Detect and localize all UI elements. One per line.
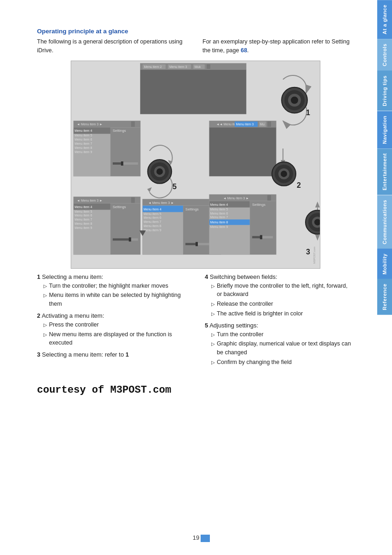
main-content: Operating principle at a glance The foll… — [0, 0, 377, 555]
svg-text:Settings: Settings — [252, 202, 265, 206]
svg-text:2: 2 — [297, 181, 301, 189]
svg-text:Menu item 2: Menu item 2 — [144, 65, 161, 68]
step-3-title: Selecting a menu item: refer to 1 — [42, 351, 129, 358]
step-2-bullets: Press the controller New menu items are … — [43, 321, 186, 347]
intro-left: The following is a general description o… — [37, 37, 189, 55]
svg-text:Menu item 8: Menu item 8 — [210, 221, 228, 224]
step-5-title: Adjusting settings: — [209, 322, 258, 329]
svg-text:Menu item 8: Menu item 8 — [74, 146, 92, 149]
svg-text:Menu item 7: Menu item 7 — [74, 218, 92, 221]
svg-point-38 — [156, 168, 163, 174]
step-1-bullets: Turn the controller; the highlight marke… — [43, 282, 186, 308]
step-4-num: 4 — [205, 273, 208, 280]
svg-text:Menu item 5: Menu item 5 — [144, 212, 161, 215]
step-2-bullet-1: Press the controller — [43, 321, 186, 329]
svg-rect-89 — [131, 197, 135, 203]
description-section: 1 Selecting a menu item: Turn the contro… — [37, 273, 354, 370]
step-1-item: 1 Selecting a menu item: Turn the contro… — [37, 273, 186, 308]
svg-text:Menu item 4: Menu item 4 — [74, 129, 92, 132]
svg-text:Menu item 7: Menu item 7 — [210, 216, 228, 219]
svg-text:Menu item 5: Menu item 5 — [74, 210, 92, 213]
svg-text:Menu item 9: Menu item 9 — [74, 226, 92, 229]
svg-rect-32 — [121, 161, 123, 166]
svg-text:Menu item 5: Menu item 5 — [210, 207, 228, 210]
svg-text:1: 1 — [306, 109, 310, 117]
svg-text:M3POST.com: M3POST.com — [313, 247, 316, 264]
svg-text:◄ Menu item 3 ►: ◄ Menu item 3 ► — [77, 198, 103, 202]
svg-text:◄ Menu item 3 ►: ◄ Menu item 3 ► — [77, 123, 103, 126]
page-bar — [201, 535, 210, 542]
step-5-item: 5 Adjusting settings: Turn the controlle… — [205, 322, 354, 367]
step-5-bullets: Turn the controller Graphic display, num… — [211, 330, 354, 367]
svg-text:Menu item 7: Menu item 7 — [144, 220, 161, 223]
svg-text:Menu Item 4: Menu Item 4 — [144, 207, 162, 210]
svg-rect-71 — [185, 243, 197, 245]
svg-text:3: 3 — [306, 248, 310, 256]
step-4-bullets: Briefly move the controller to the left,… — [211, 282, 354, 318]
svg-text:Settings: Settings — [113, 204, 126, 209]
svg-text:Menu item 4: Menu item 4 — [74, 205, 92, 208]
svg-rect-72 — [196, 242, 198, 246]
step-3-num: 3 — [37, 351, 40, 358]
step-2-title: Activating a menu item: — [42, 312, 104, 319]
sidebar-tab-mobility[interactable]: Mobility — [377, 249, 392, 279]
svg-rect-48 — [209, 127, 276, 176]
step-5-bullet-3: Confirm by changing the field — [211, 358, 354, 367]
step-2-item: 2 Activating a menu item: Press the cont… — [37, 312, 186, 347]
sidebar-tab-navigation[interactable]: Navigation — [377, 111, 392, 148]
svg-text:Menu item 8: Menu item 8 — [74, 222, 92, 225]
sidebar-tab-reference[interactable]: Reference — [377, 279, 392, 315]
svg-rect-10 — [141, 69, 246, 114]
idrive-diagram: Menu item 2 Menu item 3 Muk 1 ◄ Menu ite… — [71, 61, 320, 269]
sidebar: At a glance Controls Driving tips Naviga… — [377, 0, 392, 555]
svg-text:Menu item 9: Menu item 9 — [144, 228, 161, 232]
svg-rect-101 — [113, 238, 130, 240]
step-5-bullet-1: Turn the controller — [211, 330, 354, 339]
step-1-bullet-1: Turn the controller; the highlight marke… — [43, 282, 186, 290]
courtesy-text: courtesy of M3POST.com — [37, 384, 354, 396]
section-heading: Operating principle at a glance — [37, 28, 354, 35]
sidebar-tab-controls[interactable]: Controls — [377, 39, 392, 71]
svg-text:Menu item 6: Menu item 6 — [210, 211, 228, 215]
svg-text:Menu item 6: Menu item 6 — [74, 138, 92, 141]
svg-text:◄ Menu item 3 ►: ◄ Menu item 3 ► — [223, 196, 249, 199]
svg-text:Menu item 3: Menu item 3 — [236, 123, 254, 126]
step-3-item: 3 Selecting a menu item: refer to 1 — [37, 351, 186, 358]
svg-text:5: 5 — [172, 182, 177, 190]
svg-point-54 — [281, 170, 287, 177]
sidebar-tab-driving-tips[interactable]: Driving tips — [377, 71, 392, 111]
svg-rect-98 — [110, 203, 141, 254]
step-4-bullet-3: The active field is brighter in color — [211, 309, 354, 318]
svg-text:Menu item 3: Menu item 3 — [169, 65, 187, 68]
step-2-bullet-2: New menu items are displayed or the func… — [43, 330, 186, 348]
step-4-bullet-2: Release the controller — [211, 300, 354, 308]
svg-text:Menu item 8: Menu item 8 — [144, 224, 161, 228]
step-4-item: 4 Switching between fields: Briefly move… — [205, 273, 354, 318]
intro-right: For an exemplary step-by-step applicatio… — [202, 37, 354, 55]
svg-rect-121 — [260, 235, 262, 239]
svg-text:Settings: Settings — [185, 207, 199, 211]
svg-text:Menu item 7: Menu item 7 — [74, 142, 92, 145]
step-4-bullet-1: Briefly move the controller to the left,… — [211, 282, 354, 299]
svg-text:Menu item 9: Menu item 9 — [74, 150, 92, 154]
svg-text:Menu item 6: Menu item 6 — [144, 216, 161, 219]
step-5-num: 5 — [205, 322, 208, 329]
svg-text:Menu item 9: Menu item 9 — [210, 225, 228, 228]
intro-row: The following is a general description o… — [37, 37, 354, 55]
page-link[interactable]: 68 — [241, 47, 247, 54]
step-1-bullet-2: Menu items in white can be selected by h… — [43, 291, 186, 308]
svg-text:Menu item 4: Menu item 4 — [210, 203, 228, 206]
step-1-num: 1 — [37, 273, 40, 280]
step-5-bullet-2: Graphic display, numerical value or text… — [211, 339, 354, 357]
sidebar-tab-communications[interactable]: Communications — [377, 195, 392, 249]
svg-text:Muk: Muk — [195, 65, 201, 68]
svg-rect-102 — [129, 237, 131, 241]
page-number: 19 — [193, 534, 199, 541]
svg-text:Mu: Mu — [260, 123, 264, 126]
svg-text:Menu item 5: Menu item 5 — [74, 134, 92, 137]
desc-col-left: 1 Selecting a menu item: Turn the contro… — [37, 273, 186, 370]
svg-text:Menu item 6: Menu item 6 — [74, 214, 92, 217]
step-1-title: Selecting a menu item: — [42, 273, 103, 280]
sidebar-tab-at-a-glance[interactable]: At a glance — [377, 0, 392, 39]
sidebar-tab-entertainment[interactable]: Entertainment — [377, 148, 392, 195]
